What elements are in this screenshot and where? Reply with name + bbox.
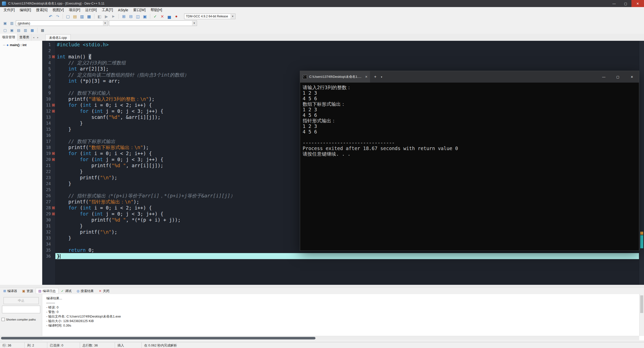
maximize-button[interactable]: ▢: [620, 0, 631, 7]
minimize-button[interactable]: —: [608, 0, 620, 7]
redo-button[interactable]: ↷: [54, 13, 61, 19]
syntax-check-button[interactable]: ✓: [152, 13, 158, 19]
run-button[interactable]: ▶: [103, 13, 110, 19]
class-tree-item-main[interactable]: ─ ◆ main() : int: [0, 41, 42, 47]
tile-vertical-button[interactable]: ◫: [135, 13, 141, 19]
console-tab-close-icon[interactable]: ✕: [365, 75, 368, 79]
stop-execution-button[interactable]: ✕: [159, 13, 166, 19]
code-line[interactable]: // 定义2行3列的二维数组: [55, 60, 639, 66]
profile-button[interactable]: ▅: [166, 13, 173, 19]
fold-marker[interactable]: [52, 54, 55, 60]
chevron-down-icon[interactable]: ▼: [192, 21, 196, 25]
fold-spacer: [52, 48, 55, 54]
console-window[interactable]: C:\ C:\Users\13749\Desktop\未命名1.exe ✕ + …: [300, 71, 639, 251]
console-minimize-button[interactable]: —: [597, 71, 611, 83]
menu-item[interactable]: 项目[P]: [66, 7, 83, 13]
bottom-tab-关闭[interactable]: ✕关闭: [97, 288, 112, 294]
log-horizontal-scrollbar[interactable]: [0, 336, 639, 340]
code-line[interactable]: }: [55, 253, 639, 259]
globals-select[interactable]: (globals) ▼: [16, 20, 108, 26]
gutter-line: 31: [42, 223, 55, 229]
fold-spacer: [52, 96, 55, 102]
save-unit-button[interactable]: ▦: [29, 27, 35, 33]
console-maximize-button[interactable]: ▢: [611, 71, 625, 83]
bottom-tab-label: 关闭: [103, 289, 109, 293]
delete-profile-button[interactable]: ●: [173, 13, 180, 19]
checkbox[interactable]: [2, 318, 5, 321]
compile-run-button[interactable]: ►: [110, 13, 117, 19]
abort-button[interactable]: 中止: [4, 297, 39, 304]
add-to-project-button[interactable]: ▣: [9, 27, 15, 33]
editor-scrollbar[interactable]: [639, 41, 644, 285]
console-output[interactable]: 请输入2行3列的整数：1 2 34 5 6数组下标形式输出：1 2 34 5 6…: [300, 83, 639, 159]
menu-item[interactable]: 编辑[E]: [17, 7, 33, 13]
bottom-tab-资源[interactable]: ▣资源: [20, 288, 35, 294]
new-tab-button[interactable]: +: [374, 75, 376, 79]
console-close-button[interactable]: ✕: [625, 71, 639, 83]
bottom-tab-编译日志[interactable]: ▤编译日志: [36, 288, 58, 294]
sidebar-tab-classes[interactable]: 查看类: [17, 34, 31, 41]
shorten-paths-option[interactable]: Shorten compiler paths: [2, 318, 36, 321]
console-line: 4 5 6: [303, 112, 636, 118]
undo-button[interactable]: ↶: [47, 13, 54, 19]
fold-marker[interactable]: [52, 150, 55, 156]
new-unit-button[interactable]: ▢: [2, 27, 8, 33]
gutter-line: 7: [42, 78, 55, 84]
save-all-button[interactable]: ▦: [86, 13, 92, 19]
save-button[interactable]: ▥: [79, 13, 85, 19]
file-tab[interactable]: 未命名1.cpp: [45, 34, 71, 41]
goto-definition-button[interactable]: ▥: [9, 20, 15, 26]
menu-item[interactable]: 帮助[H]: [148, 7, 165, 13]
tab-prev-icon[interactable]: ◂: [31, 34, 36, 41]
scrollbar-thumb[interactable]: [640, 235, 643, 248]
menu-item[interactable]: 运行[R]: [83, 7, 99, 13]
cascade-windows-button[interactable]: ⊞: [120, 13, 127, 19]
compiler-select[interactable]: TDM-GCC 4.9.2 64-bit Release ▼: [184, 14, 235, 19]
vertical-scrollbar-thumb[interactable]: [640, 295, 643, 313]
code-line[interactable]: int main() {: [55, 54, 639, 60]
tab-next-icon[interactable]: ▸: [36, 34, 40, 41]
cmd-icon: C:\: [303, 75, 307, 79]
fullscreen-button[interactable]: ▣: [142, 13, 148, 19]
gutter-line: 5: [42, 66, 55, 72]
horizontal-scrollbar-thumb[interactable]: [1, 337, 315, 339]
gutter-line: 16: [42, 132, 55, 138]
compile-button[interactable]: ◧: [96, 13, 103, 19]
fold-marker[interactable]: [52, 108, 55, 114]
compile-log-panel: 中止 Shorten compiler paths 编译结果...-------…: [0, 294, 644, 340]
line-number: 12: [42, 109, 52, 114]
tab-dropdown-icon[interactable]: ▾: [381, 76, 382, 78]
bottom-tab-搜索结果[interactable]: ◎搜索结果: [74, 288, 96, 294]
sidebar-tab-project[interactable]: 项目管理: [0, 34, 17, 41]
project-options-button[interactable]: ▥: [22, 27, 28, 33]
menu-item[interactable]: 搜索[S]: [33, 7, 50, 13]
fold-marker[interactable]: [52, 211, 55, 217]
fold-marker[interactable]: [52, 205, 55, 211]
menu-item[interactable]: 工具[T]: [99, 7, 115, 13]
tile-horizontal-button[interactable]: ⊟: [128, 13, 134, 19]
fold-marker[interactable]: [52, 156, 55, 162]
gutter-line: 25: [42, 187, 55, 193]
close-button[interactable]: ✕: [631, 0, 644, 7]
bottom-tab-调试[interactable]: ✓调试: [59, 288, 74, 294]
remove-from-project-button[interactable]: ▤: [16, 27, 22, 33]
console-tab[interactable]: C:\ C:\Users\13749\Desktop\未命名1.exe ✕: [300, 71, 370, 83]
code-line[interactable]: [55, 48, 639, 54]
open-button[interactable]: ▤: [72, 13, 78, 19]
new-file-button[interactable]: ▢: [65, 13, 71, 19]
log-vertical-scrollbar[interactable]: [639, 294, 644, 336]
menu-item[interactable]: 文件[F]: [1, 7, 17, 13]
goto-declaration-button[interactable]: ▣: [2, 20, 8, 26]
menu-item[interactable]: 视图[V]: [50, 7, 66, 13]
chevron-down-icon[interactable]: ▼: [103, 21, 107, 25]
fold-marker[interactable]: [52, 102, 55, 108]
fold-spacer: [52, 181, 55, 187]
chevron-down-icon[interactable]: ▼: [230, 14, 235, 19]
members-select[interactable]: ▼: [109, 20, 197, 26]
menu-item[interactable]: 窗口[W]: [131, 7, 148, 13]
print-button[interactable]: ▩: [39, 27, 46, 33]
splitter[interactable]: [0, 285, 644, 287]
bottom-tab-编译器[interactable]: ⊞编译器: [1, 288, 19, 294]
menu-item[interactable]: AStyle: [115, 7, 131, 13]
code-line[interactable]: #include <stdio.h>: [55, 42, 639, 48]
